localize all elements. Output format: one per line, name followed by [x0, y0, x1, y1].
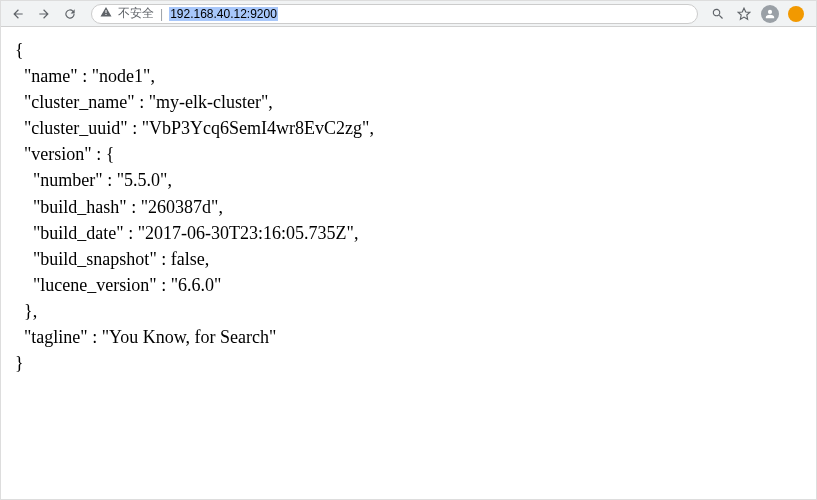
magnifier-icon [711, 7, 725, 21]
json-value: 5.5.0 [124, 170, 160, 190]
zoom-button[interactable] [708, 4, 728, 24]
browser-toolbar: 不安全 | 192.168.40.12:9200 [1, 1, 816, 27]
separator: | [160, 7, 163, 21]
avatar-icon [761, 5, 779, 23]
json-key: build_snapshot [40, 249, 149, 269]
reload-button[interactable] [59, 3, 81, 25]
json-key: tagline [31, 327, 80, 347]
arrow-right-icon [37, 7, 51, 21]
address-bar[interactable]: 不安全 | 192.168.40.12:9200 [91, 4, 698, 24]
json-value: 2017-06-30T23:16:05.735Z [145, 223, 346, 243]
json-key: build_hash [40, 197, 119, 217]
back-button[interactable] [7, 3, 29, 25]
notification-dot-icon [788, 6, 804, 22]
json-key: cluster_name [31, 92, 127, 112]
star-icon [737, 7, 751, 21]
warning-icon [100, 6, 112, 21]
json-value: node1 [99, 66, 143, 86]
json-value: You Know, for Search [109, 327, 269, 347]
response-body: { "name" : "node1", "cluster_name" : "my… [1, 27, 816, 386]
arrow-left-icon [11, 7, 25, 21]
bookmark-button[interactable] [734, 4, 754, 24]
json-value: my-elk-cluster [156, 92, 261, 112]
json-value: VbP3Ycq6SemI4wr8EvC2zg [149, 118, 362, 138]
json-value: 6.6.0 [178, 275, 214, 295]
json-key: version [31, 144, 84, 164]
json-key: build_date [40, 223, 116, 243]
json-key: cluster_uuid [31, 118, 120, 138]
url-text: 192.168.40.12:9200 [169, 7, 278, 21]
security-status-text: 不安全 [118, 5, 154, 22]
json-value: 260387d [148, 197, 211, 217]
reload-icon [63, 7, 77, 21]
profile-button[interactable] [760, 4, 780, 24]
json-value: false [171, 249, 205, 269]
notifications-button[interactable] [786, 4, 806, 24]
json-key: lucene_version [40, 275, 149, 295]
json-key: name [31, 66, 70, 86]
json-key: number [40, 170, 95, 190]
toolbar-right-icons [708, 4, 810, 24]
forward-button[interactable] [33, 3, 55, 25]
